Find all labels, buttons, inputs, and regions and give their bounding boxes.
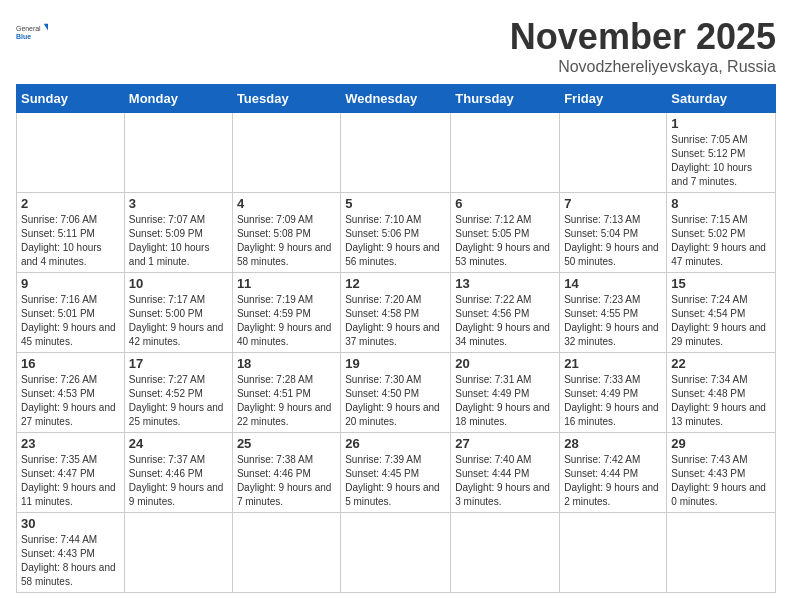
calendar-cell: 26Sunrise: 7:39 AM Sunset: 4:45 PM Dayli… — [341, 433, 451, 513]
day-number: 22 — [671, 356, 771, 371]
day-number: 3 — [129, 196, 228, 211]
calendar-cell — [341, 113, 451, 193]
day-number: 5 — [345, 196, 446, 211]
day-number: 8 — [671, 196, 771, 211]
day-number: 10 — [129, 276, 228, 291]
day-number: 6 — [455, 196, 555, 211]
day-info: Sunrise: 7:28 AM Sunset: 4:51 PM Dayligh… — [237, 373, 336, 429]
day-info: Sunrise: 7:13 AM Sunset: 5:04 PM Dayligh… — [564, 213, 662, 269]
calendar-cell: 3Sunrise: 7:07 AM Sunset: 5:09 PM Daylig… — [124, 193, 232, 273]
day-number: 2 — [21, 196, 120, 211]
day-info: Sunrise: 7:42 AM Sunset: 4:44 PM Dayligh… — [564, 453, 662, 509]
header-row: Sunday Monday Tuesday Wednesday Thursday… — [17, 85, 776, 113]
day-info: Sunrise: 7:07 AM Sunset: 5:09 PM Dayligh… — [129, 213, 228, 269]
calendar-week-1: 2Sunrise: 7:06 AM Sunset: 5:11 PM Daylig… — [17, 193, 776, 273]
day-number: 14 — [564, 276, 662, 291]
day-number: 16 — [21, 356, 120, 371]
day-info: Sunrise: 7:05 AM Sunset: 5:12 PM Dayligh… — [671, 133, 771, 189]
calendar-cell: 4Sunrise: 7:09 AM Sunset: 5:08 PM Daylig… — [232, 193, 340, 273]
calendar-cell — [124, 513, 232, 593]
col-sunday: Sunday — [17, 85, 125, 113]
day-number: 17 — [129, 356, 228, 371]
logo: General Blue — [16, 16, 48, 48]
calendar-week-3: 16Sunrise: 7:26 AM Sunset: 4:53 PM Dayli… — [17, 353, 776, 433]
calendar-cell: 2Sunrise: 7:06 AM Sunset: 5:11 PM Daylig… — [17, 193, 125, 273]
calendar-cell: 6Sunrise: 7:12 AM Sunset: 5:05 PM Daylig… — [451, 193, 560, 273]
calendar-cell: 28Sunrise: 7:42 AM Sunset: 4:44 PM Dayli… — [560, 433, 667, 513]
calendar-cell: 19Sunrise: 7:30 AM Sunset: 4:50 PM Dayli… — [341, 353, 451, 433]
calendar-week-5: 30Sunrise: 7:44 AM Sunset: 4:43 PM Dayli… — [17, 513, 776, 593]
calendar-cell: 8Sunrise: 7:15 AM Sunset: 5:02 PM Daylig… — [667, 193, 776, 273]
day-info: Sunrise: 7:34 AM Sunset: 4:48 PM Dayligh… — [671, 373, 771, 429]
svg-text:General: General — [16, 25, 41, 32]
day-info: Sunrise: 7:10 AM Sunset: 5:06 PM Dayligh… — [345, 213, 446, 269]
day-info: Sunrise: 7:17 AM Sunset: 5:00 PM Dayligh… — [129, 293, 228, 349]
day-info: Sunrise: 7:37 AM Sunset: 4:46 PM Dayligh… — [129, 453, 228, 509]
day-info: Sunrise: 7:31 AM Sunset: 4:49 PM Dayligh… — [455, 373, 555, 429]
calendar-cell: 23Sunrise: 7:35 AM Sunset: 4:47 PM Dayli… — [17, 433, 125, 513]
calendar-cell — [232, 513, 340, 593]
calendar-cell: 22Sunrise: 7:34 AM Sunset: 4:48 PM Dayli… — [667, 353, 776, 433]
day-number: 12 — [345, 276, 446, 291]
calendar-cell: 25Sunrise: 7:38 AM Sunset: 4:46 PM Dayli… — [232, 433, 340, 513]
month-title: November 2025 — [510, 16, 776, 58]
day-info: Sunrise: 7:27 AM Sunset: 4:52 PM Dayligh… — [129, 373, 228, 429]
calendar-cell: 12Sunrise: 7:20 AM Sunset: 4:58 PM Dayli… — [341, 273, 451, 353]
svg-text:Blue: Blue — [16, 33, 31, 40]
calendar-cell: 9Sunrise: 7:16 AM Sunset: 5:01 PM Daylig… — [17, 273, 125, 353]
day-number: 25 — [237, 436, 336, 451]
day-info: Sunrise: 7:35 AM Sunset: 4:47 PM Dayligh… — [21, 453, 120, 509]
day-number: 13 — [455, 276, 555, 291]
calendar-cell: 1Sunrise: 7:05 AM Sunset: 5:12 PM Daylig… — [667, 113, 776, 193]
calendar-header: Sunday Monday Tuesday Wednesday Thursday… — [17, 85, 776, 113]
calendar-cell: 11Sunrise: 7:19 AM Sunset: 4:59 PM Dayli… — [232, 273, 340, 353]
day-number: 23 — [21, 436, 120, 451]
calendar-cell: 16Sunrise: 7:26 AM Sunset: 4:53 PM Dayli… — [17, 353, 125, 433]
day-info: Sunrise: 7:09 AM Sunset: 5:08 PM Dayligh… — [237, 213, 336, 269]
col-saturday: Saturday — [667, 85, 776, 113]
day-info: Sunrise: 7:38 AM Sunset: 4:46 PM Dayligh… — [237, 453, 336, 509]
calendar-cell: 14Sunrise: 7:23 AM Sunset: 4:55 PM Dayli… — [560, 273, 667, 353]
day-info: Sunrise: 7:23 AM Sunset: 4:55 PM Dayligh… — [564, 293, 662, 349]
col-friday: Friday — [560, 85, 667, 113]
calendar-cell: 18Sunrise: 7:28 AM Sunset: 4:51 PM Dayli… — [232, 353, 340, 433]
col-monday: Monday — [124, 85, 232, 113]
calendar: Sunday Monday Tuesday Wednesday Thursday… — [16, 84, 776, 593]
calendar-cell: 5Sunrise: 7:10 AM Sunset: 5:06 PM Daylig… — [341, 193, 451, 273]
logo-svg: General Blue — [16, 16, 48, 48]
day-number: 19 — [345, 356, 446, 371]
calendar-cell: 27Sunrise: 7:40 AM Sunset: 4:44 PM Dayli… — [451, 433, 560, 513]
day-info: Sunrise: 7:06 AM Sunset: 5:11 PM Dayligh… — [21, 213, 120, 269]
page-header: General Blue November 2025 Novodzhereliy… — [16, 16, 776, 76]
day-info: Sunrise: 7:30 AM Sunset: 4:50 PM Dayligh… — [345, 373, 446, 429]
day-number: 24 — [129, 436, 228, 451]
day-info: Sunrise: 7:15 AM Sunset: 5:02 PM Dayligh… — [671, 213, 771, 269]
location: Novodzhereliyevskaya, Russia — [510, 58, 776, 76]
day-info: Sunrise: 7:19 AM Sunset: 4:59 PM Dayligh… — [237, 293, 336, 349]
svg-marker-2 — [44, 24, 48, 33]
calendar-cell — [124, 113, 232, 193]
day-number: 29 — [671, 436, 771, 451]
calendar-cell — [17, 113, 125, 193]
day-number: 7 — [564, 196, 662, 211]
day-number: 27 — [455, 436, 555, 451]
day-number: 30 — [21, 516, 120, 531]
calendar-cell — [341, 513, 451, 593]
calendar-cell: 21Sunrise: 7:33 AM Sunset: 4:49 PM Dayli… — [560, 353, 667, 433]
day-number: 18 — [237, 356, 336, 371]
day-number: 4 — [237, 196, 336, 211]
calendar-week-2: 9Sunrise: 7:16 AM Sunset: 5:01 PM Daylig… — [17, 273, 776, 353]
day-info: Sunrise: 7:20 AM Sunset: 4:58 PM Dayligh… — [345, 293, 446, 349]
calendar-cell: 13Sunrise: 7:22 AM Sunset: 4:56 PM Dayli… — [451, 273, 560, 353]
title-block: November 2025 Novodzhereliyevskaya, Russ… — [510, 16, 776, 76]
calendar-cell: 15Sunrise: 7:24 AM Sunset: 4:54 PM Dayli… — [667, 273, 776, 353]
calendar-cell: 24Sunrise: 7:37 AM Sunset: 4:46 PM Dayli… — [124, 433, 232, 513]
day-info: Sunrise: 7:12 AM Sunset: 5:05 PM Dayligh… — [455, 213, 555, 269]
day-number: 9 — [21, 276, 120, 291]
calendar-cell — [560, 113, 667, 193]
calendar-cell — [667, 513, 776, 593]
calendar-cell — [451, 113, 560, 193]
day-info: Sunrise: 7:43 AM Sunset: 4:43 PM Dayligh… — [671, 453, 771, 509]
calendar-cell: 30Sunrise: 7:44 AM Sunset: 4:43 PM Dayli… — [17, 513, 125, 593]
day-number: 21 — [564, 356, 662, 371]
